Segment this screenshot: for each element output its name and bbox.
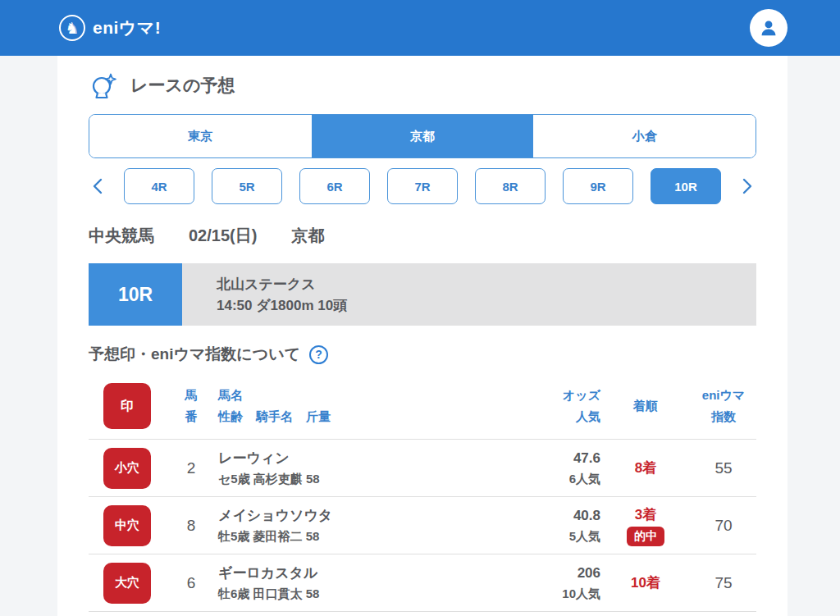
mark-badge: 大穴 [103,563,151,604]
odds-value: 40.8 [477,505,600,527]
about-row: 予想印・eniウマ指数について ? [89,344,756,365]
page: ♞ eniウマ! レースの予想 東京 京都 小倉 [0,0,840,616]
content-card: レースの予想 東京 京都 小倉 4R 5R 6R 7R 8R 9R 10R [57,56,788,616]
eniuma-index: 75 [691,574,756,592]
race-banner-name: 北山ステークス [217,275,756,294]
popularity: 10人気 [477,584,600,603]
table-header-row: 印 馬 番 馬名 性齢 騎手名 斤量 オッズ 人気 着順 [89,373,756,439]
race-button-7r[interactable]: 7R [387,168,458,204]
page-title: レースの予想 [130,74,235,97]
result-cell: 8着 [600,459,691,477]
race-button-5r[interactable]: 5R [212,168,282,204]
horse-number: 2 [164,459,218,477]
app-header: ♞ eniウマ! [0,0,840,56]
race-button-4r[interactable]: 4R [124,168,194,204]
mark-badge: 小穴 [103,448,151,489]
race-meta-venue: 京都 [291,225,324,247]
race-meta-date: 02/15(日) [189,225,257,247]
race-banner-number: 10R [89,263,182,326]
result-cell: 10着 [600,573,691,592]
venue-tab-bar: 東京 京都 小倉 [89,114,756,158]
odds-cell: 47.6 6人気 [477,448,600,489]
question-mark-glyph: ? [315,348,322,361]
horse-name: ギーロカスタル [218,563,477,584]
header-index: eniウマ 指数 [691,385,756,428]
odds-cell: 206 10人気 [477,563,600,604]
venue-tab-tokyo[interactable]: 東京 [89,115,312,157]
horse-name: メイショウソウタ [218,505,477,527]
about-label: 予想印・eniウマ指数について [89,344,300,365]
header-result: 着順 [600,395,691,417]
hit-badge: 的中 [627,527,664,546]
finish-position: 3着 [600,505,691,524]
logo-text: eniウマ! [93,16,161,39]
chevron-right-icon[interactable] [738,175,756,198]
race-button-10r[interactable]: 10R [651,168,721,204]
page-title-row: レースの予想 [89,71,756,100]
odds-value: 47.6 [477,448,600,469]
table-bottom-divider [89,611,756,612]
popularity: 6人気 [477,469,600,488]
horse-info: 牡5歳 菱田裕二 58 [218,527,477,545]
horse-knight-icon: ♞ [59,15,85,41]
table-row[interactable]: 小穴 2 レーウィン セ5歳 高杉吏麒 58 47.6 6人気 8着 55 [89,439,756,496]
chevron-left-icon[interactable] [89,175,107,198]
horse-number: 8 [164,517,218,535]
race-banner-info: 北山ステークス 14:50 ダ1800m 10頭 [182,263,756,326]
race-button-8r[interactable]: 8R [475,168,546,204]
header-horse-name: 馬名 性齢 騎手名 斤量 [218,385,477,428]
race-banner[interactable]: 10R 北山ステークス 14:50 ダ1800m 10頭 [89,263,756,326]
horse-name-cell: メイショウソウタ 牡5歳 菱田裕二 58 [218,505,477,546]
race-meta: 中央競馬 02/15(日) 京都 [89,225,756,247]
odds-value: 206 [477,563,600,584]
horse-name: レーウィン [218,448,477,469]
finish-position: 10着 [600,573,691,592]
race-nav: 4R 5R 6R 7R 8R 9R 10R [89,168,756,204]
race-button-9r[interactable]: 9R [563,168,633,204]
horse-knight-glyph: ♞ [65,21,79,36]
table-row[interactable]: 大穴 6 ギーロカスタル 牡6歳 田口貫太 58 206 10人気 10着 75 [89,554,756,611]
finish-position: 8着 [600,459,691,477]
prediction-table: 印 馬 番 馬名 性齢 騎手名 斤量 オッズ 人気 着順 [89,373,756,612]
venue-tab-kyoto[interactable]: 京都 [312,115,534,157]
horse-number: 6 [164,574,218,592]
popularity: 5人気 [477,527,600,545]
venue-tab-kokura[interactable]: 小倉 [533,115,756,157]
race-banner-details: 14:50 ダ1800m 10頭 [217,296,756,315]
header-odds: オッズ 人気 [477,385,600,428]
horse-name-cell: レーウィン セ5歳 高杉吏麒 58 [218,448,477,489]
result-cell: 3着 的中 [600,505,691,546]
user-avatar-button[interactable] [750,9,788,47]
crystal-ball-icon [89,71,118,100]
app-logo[interactable]: ♞ eniウマ! [59,15,161,41]
horse-info: 牡6歳 田口貫太 58 [218,584,477,603]
odds-cell: 40.8 5人気 [477,505,600,546]
race-button-6r[interactable]: 6R [299,168,370,204]
user-icon [758,17,779,39]
horse-info: セ5歳 高杉吏麒 58 [218,469,477,488]
eniuma-index: 55 [691,459,756,477]
header-horse-number: 馬 番 [164,385,218,428]
horse-name-cell: ギーロカスタル 牡6歳 田口貫太 58 [218,563,477,604]
eniuma-index: 70 [691,517,756,535]
question-mark-icon[interactable]: ? [309,345,328,364]
race-meta-category: 中央競馬 [89,225,154,247]
header-mark: 印 [103,383,151,429]
mark-badge: 中穴 [103,505,151,546]
table-row[interactable]: 中穴 8 メイショウソウタ 牡5歳 菱田裕二 58 40.8 5人気 3着 的中… [89,496,756,554]
